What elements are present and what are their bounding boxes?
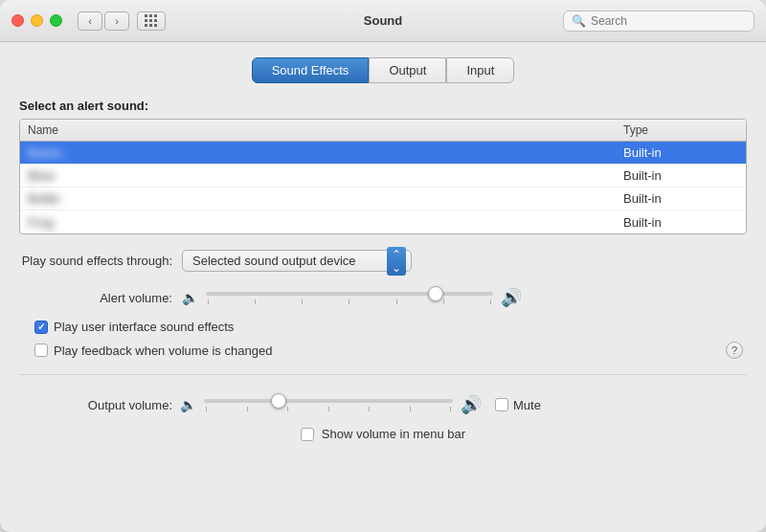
search-icon: 🔍 <box>572 14 586 28</box>
nav-buttons: ‹ › <box>78 11 129 31</box>
sound-type: Built-in <box>623 168 738 183</box>
list-header: Name Type <box>20 120 746 142</box>
alert-volume-slider-row: 🔈 🔊 <box>182 287 747 308</box>
table-row[interactable]: Basso Built-in <box>20 142 746 165</box>
tab-sound-effects[interactable]: Sound Effects <box>252 57 370 83</box>
maximize-button[interactable] <box>50 14 62 27</box>
window-title: Sound <box>364 13 402 28</box>
sound-name: Bottle <box>28 191 623 206</box>
table-row[interactable]: Blow Built-in <box>20 165 746 188</box>
titlebar: ‹ › Sound 🔍 <box>0 0 766 42</box>
alert-volume-label: Alert volume: <box>19 291 172 305</box>
forward-button[interactable]: › <box>104 11 129 31</box>
tabs: Sound Effects Output Input <box>19 57 747 83</box>
sound-list: Name Type Basso Built-in Blow Built-in B… <box>19 119 747 234</box>
feedback-checkbox-wrap: Play feedback when volume is changed <box>34 344 272 358</box>
table-row[interactable]: Frog Built-in <box>20 211 746 233</box>
show-volume-row: Show volume in menu bar <box>19 427 747 441</box>
ui-sounds-label: Play user interface sound effects <box>54 320 234 334</box>
output-volume-high-icon: 🔊 <box>461 394 482 415</box>
main-window: ‹ › Sound 🔍 Sound Effects Output Input S… <box>0 0 766 532</box>
output-volume-slider-row: 🔈 🔊 Mute <box>180 394 747 415</box>
ui-sounds-row: Play user interface sound effects <box>34 320 747 334</box>
search-input[interactable] <box>591 14 746 28</box>
output-slider-thumb[interactable] <box>271 393 286 409</box>
slider-ticks <box>206 299 493 304</box>
output-slider-track <box>204 399 453 403</box>
output-volume-label: Output volume: <box>19 398 172 412</box>
alert-sound-section: Select an alert sound: Name Type Basso B… <box>19 99 747 234</box>
sound-type: Built-in <box>623 145 738 160</box>
output-volume-row: Output volume: 🔈 🔊 Mute <box>19 394 747 415</box>
alert-volume-row: Alert volume: 🔈 🔊 <box>19 287 747 308</box>
mute-check: Mute <box>495 398 541 412</box>
grid-button[interactable] <box>137 11 166 31</box>
alert-volume-slider[interactable] <box>206 292 493 304</box>
volume-low-icon: 🔈 <box>182 290 198 305</box>
output-slider-ticks <box>204 407 453 411</box>
play-through-row: Play sound effects through: Selected sou… <box>19 250 747 272</box>
minimize-button[interactable] <box>31 14 43 27</box>
table-row[interactable]: Bottle Built-in <box>20 188 746 211</box>
volume-high-icon: 🔊 <box>501 287 522 308</box>
feedback-row: Play feedback when volume is changed ? <box>34 342 747 359</box>
feedback-checkbox[interactable] <box>34 344 48 357</box>
search-bar[interactable]: 🔍 <box>563 11 755 32</box>
play-through-label: Play sound effects through: <box>19 254 172 268</box>
sound-type: Built-in <box>623 191 738 206</box>
output-volume-low-icon: 🔈 <box>180 397 196 412</box>
checkboxes-section: Play user interface sound effects Play f… <box>19 320 747 359</box>
sound-name: Frog <box>28 215 623 230</box>
ui-sounds-checkbox[interactable] <box>34 321 48 334</box>
close-button[interactable] <box>11 14 24 27</box>
mute-checkbox[interactable] <box>495 398 508 411</box>
help-button[interactable]: ? <box>726 342 743 359</box>
sound-type: Built-in <box>623 215 738 230</box>
output-volume-slider[interactable] <box>204 399 453 411</box>
play-through-select-wrapper: Selected sound output device ⌃⌄ <box>182 250 412 272</box>
traffic-lights <box>11 14 62 27</box>
play-through-select[interactable]: Selected sound output device <box>182 250 412 272</box>
col-name: Name <box>28 123 623 137</box>
grid-icon <box>145 14 158 28</box>
back-button[interactable]: ‹ <box>78 11 102 31</box>
feedback-label: Play feedback when volume is changed <box>54 344 272 358</box>
alert-label: Select an alert sound: <box>19 99 747 113</box>
show-volume-label: Show volume in menu bar <box>322 427 465 441</box>
sound-name: Basso <box>28 145 623 160</box>
divider <box>19 374 747 375</box>
show-volume-checkbox[interactable] <box>301 428 314 441</box>
ui-sounds-checkbox-wrap: Play user interface sound effects <box>34 320 234 334</box>
col-type: Type <box>623 123 738 137</box>
slider-thumb[interactable] <box>428 286 443 301</box>
mute-label: Mute <box>513 398 541 412</box>
tab-input[interactable]: Input <box>446 57 514 83</box>
tab-output[interactable]: Output <box>369 57 446 83</box>
sound-name: Blow <box>28 168 623 183</box>
content-area: Sound Effects Output Input Select an ale… <box>0 42 766 532</box>
slider-track <box>206 292 493 296</box>
